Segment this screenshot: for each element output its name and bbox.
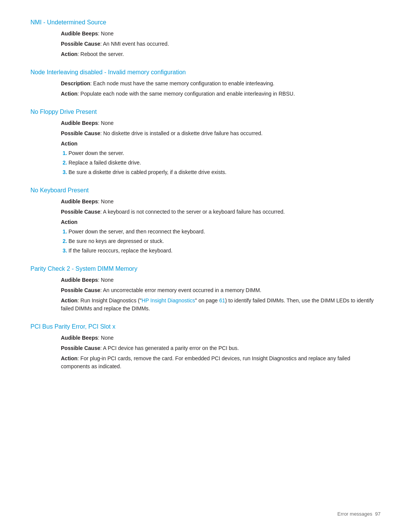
audible-beeps-colon-nmi: :: [98, 30, 101, 37]
audible-beeps-value-floppy: None: [101, 120, 113, 126]
footer: Error messages 97: [338, 511, 381, 517]
footer-text: Error messages: [338, 511, 373, 517]
audible-beeps-label-nmi: Audible Beeps: [61, 30, 98, 37]
section-parity-check: Parity Check 2 - System DIMM Memory Audi…: [30, 265, 381, 313]
action-label-node: Action: [61, 91, 78, 97]
action-label-keyboard: Action: [61, 218, 381, 226]
list-item: Be sure no keys are depressed or stuck.: [68, 237, 381, 245]
section-content-floppy: Audible Beeps: None Possible Cause: No d…: [30, 119, 381, 176]
action-value-nmi: Reboot the server.: [80, 51, 124, 57]
possible-cause-label-pci: Possible Cause: [61, 345, 100, 351]
section-title-floppy: No Floppy Drive Present: [30, 109, 381, 115]
action-parity: Action: Run Insight Diagnostics ("HP Ins…: [61, 297, 381, 313]
possible-cause-parity: Possible Cause: An uncorrectable error m…: [61, 286, 381, 294]
action-keyboard-block: Action Power down the server, and then r…: [61, 218, 381, 255]
section-pci-bus: PCI Bus Parity Error, PCI Slot x Audible…: [30, 323, 381, 371]
description-label-node: Description: [61, 80, 90, 86]
action-link-parity[interactable]: HP Insight Diagnostics: [142, 297, 195, 304]
audible-beeps-pci: Audible Beeps: None: [61, 334, 381, 342]
action-value-pci: For plug-in PCI cards, remove the card. …: [61, 355, 350, 369]
section-title-pci: PCI Bus Parity Error, PCI Slot x: [30, 323, 381, 330]
audible-beeps-floppy: Audible Beeps: None: [61, 119, 381, 127]
action-pre-parity: Run Insight Diagnostics (": [80, 297, 142, 304]
footer-page-number: 97: [375, 511, 381, 517]
action-label-pci: Action: [61, 355, 78, 361]
description-colon-node: :: [90, 80, 93, 86]
section-title-node: Node Interleaving disabled - Invalid mem…: [30, 69, 381, 76]
section-content-nmi: Audible Beeps: None Possible Cause: An N…: [30, 30, 381, 58]
action-nmi: Action: Reboot the server.: [61, 50, 381, 58]
section-content-node: Description: Each node must have the sam…: [30, 80, 381, 98]
audible-beeps-label-pci: Audible Beeps: [61, 335, 98, 341]
action-node: Action: Populate each node with the same…: [61, 90, 381, 98]
description-node: Description: Each node must have the sam…: [61, 80, 381, 88]
possible-cause-floppy: Possible Cause: No diskette drive is ins…: [61, 129, 381, 137]
audible-beeps-label-keyboard: Audible Beeps: [61, 198, 98, 204]
section-content-parity: Audible Beeps: None Possible Cause: An u…: [30, 276, 381, 313]
list-item: Replace a failed diskette drive.: [68, 159, 381, 167]
section-title-parity: Parity Check 2 - System DIMM Memory: [30, 265, 381, 272]
possible-cause-label-keyboard: Possible Cause: [61, 209, 100, 215]
audible-beeps-label-floppy: Audible Beeps: [61, 120, 98, 126]
action-list-floppy: Power down the server. Replace a failed …: [61, 149, 381, 176]
possible-cause-value-nmi: An NMI event has occurred.: [103, 41, 169, 47]
audible-beeps-value-pci: None: [101, 335, 113, 341]
list-item: Be sure a diskette drive is cabled prope…: [68, 168, 381, 176]
section-title-nmi: NMI - Undetermined Source: [30, 19, 381, 26]
possible-cause-label-nmi: Possible Cause: [61, 41, 100, 47]
section-node-interleaving: Node Interleaving disabled - Invalid mem…: [30, 69, 381, 98]
audible-beeps-value-nmi: None: [101, 30, 113, 37]
action-pci: Action: For plug-in PCI cards, remove th…: [61, 355, 381, 371]
section-no-floppy: No Floppy Drive Present Audible Beeps: N…: [30, 109, 381, 176]
section-content-keyboard: Audible Beeps: None Possible Cause: A ke…: [30, 198, 381, 255]
possible-cause-value-parity: An uncorrectable error memory event occu…: [103, 287, 261, 293]
action-mid-parity: " on page: [195, 297, 219, 304]
possible-cause-value-keyboard: A keyboard is not connected to the serve…: [103, 209, 285, 215]
possible-cause-nmi: Possible Cause: An NMI event has occurre…: [61, 40, 381, 48]
possible-cause-value-floppy: No diskette drive is installed or a disk…: [103, 130, 263, 136]
action-list-keyboard: Power down the server, and then reconnec…: [61, 228, 381, 255]
possible-cause-colon-nmi: :: [100, 41, 103, 47]
audible-beeps-parity: Audible Beeps: None: [61, 276, 381, 284]
audible-beeps-keyboard: Audible Beeps: None: [61, 198, 381, 206]
action-label-floppy: Action: [61, 140, 381, 148]
possible-cause-label-floppy: Possible Cause: [61, 130, 100, 136]
possible-cause-label-parity: Possible Cause: [61, 287, 100, 293]
action-label-parity: Action: [61, 297, 78, 304]
audible-beeps-nmi: Audible Beeps: None: [61, 30, 381, 38]
action-floppy-block: Action Power down the server. Replace a …: [61, 140, 381, 176]
list-item: Power down the server.: [68, 149, 381, 157]
audible-beeps-value-parity: None: [101, 277, 113, 283]
description-value-node: Each node must have the same memory conf…: [93, 80, 274, 86]
audible-beeps-value-keyboard: None: [101, 198, 113, 204]
possible-cause-value-pci: A PCI device has generated a parity erro…: [103, 345, 239, 351]
list-item: If the failure reoccurs, replace the key…: [68, 247, 381, 255]
action-label-nmi: Action: [61, 51, 78, 57]
action-value-node: Populate each node with the same memory …: [80, 91, 295, 97]
section-nmi-undetermined: NMI - Undetermined Source Audible Beeps:…: [30, 19, 381, 58]
audible-beeps-label-parity: Audible Beeps: [61, 277, 98, 283]
section-content-pci: Audible Beeps: None Possible Cause: A PC…: [30, 334, 381, 371]
possible-cause-keyboard: Possible Cause: A keyboard is not connec…: [61, 208, 381, 216]
section-no-keyboard: No Keyboard Present Audible Beeps: None …: [30, 187, 381, 255]
list-item: Power down the server, and then reconnec…: [68, 228, 381, 236]
section-title-keyboard: No Keyboard Present: [30, 187, 381, 194]
action-page-parity[interactable]: 61: [219, 297, 225, 304]
possible-cause-pci: Possible Cause: A PCI device has generat…: [61, 344, 381, 352]
